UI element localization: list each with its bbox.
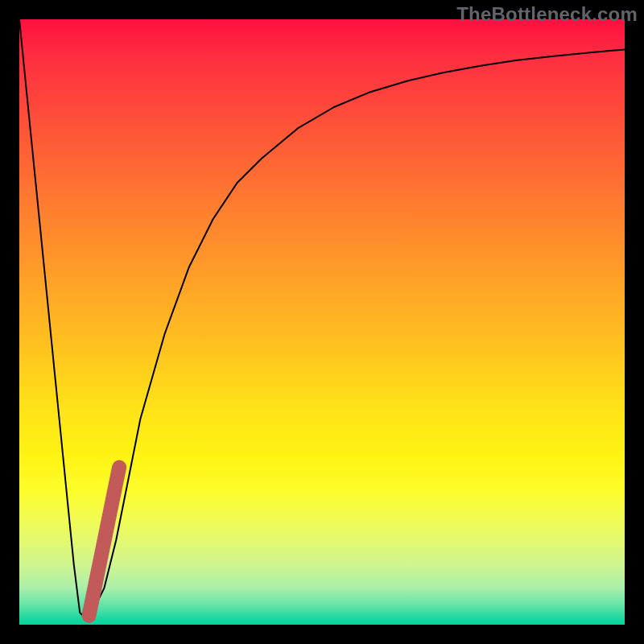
chart-frame: TheBottleneck.com bbox=[0, 0, 644, 644]
highlight-segment bbox=[89, 468, 120, 616]
curve-layer bbox=[19, 19, 625, 625]
plot-area bbox=[19, 19, 625, 625]
watermark-text: TheBottleneck.com bbox=[456, 3, 638, 26]
